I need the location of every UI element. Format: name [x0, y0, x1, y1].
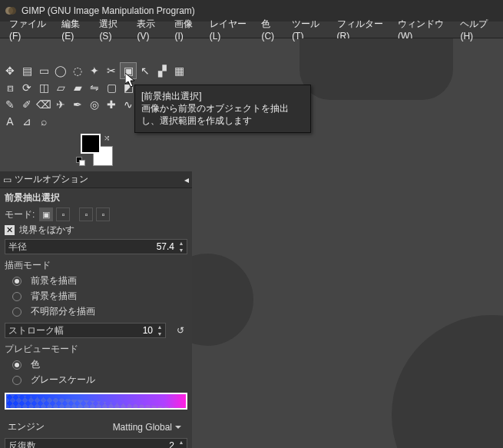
- eraser-tool[interactable]: ⌫: [36, 97, 51, 112]
- mode-label: モード:: [5, 208, 35, 221]
- zoom-tool[interactable]: ⌕: [36, 114, 51, 129]
- iterations-slider[interactable]: 反復数 2 ▲▼: [5, 438, 187, 448]
- preview-color-swatch[interactable]: [5, 393, 187, 410]
- tooltip: [前景抽出選択] 画像から前景のオブジェクトを抽出し、選択範囲を作成します: [134, 85, 311, 133]
- feather-label: 境界をぼかす: [19, 224, 74, 237]
- menu-filters[interactable]: フィルター(R): [331, 16, 392, 43]
- iterations-up[interactable]: ▲: [176, 439, 187, 446]
- menu-view[interactable]: 表示(V): [131, 16, 168, 43]
- draw-fg-label: 前景を描画: [31, 274, 77, 287]
- menu-tools[interactable]: ツール(T): [286, 16, 330, 43]
- panel-tab-bar: ▭ ツールオプション ◂: [0, 171, 192, 188]
- draw-unknown-label: 不明部分を描画: [31, 305, 95, 318]
- app-icon: [5, 5, 17, 17]
- menu-image[interactable]: 画像(I): [168, 16, 203, 43]
- free-select-tool[interactable]: ◌: [70, 63, 85, 78]
- feather-checkbox[interactable]: ✕: [5, 225, 15, 235]
- window-title: GIMP (GNU Image Manipulation Program): [22, 5, 195, 16]
- menu-select[interactable]: 選択(S): [93, 16, 131, 43]
- options-title: 前景抽出選択: [5, 191, 187, 204]
- menu-edit[interactable]: 編集(E): [55, 16, 93, 43]
- mode-replace[interactable]: ▣: [39, 207, 53, 221]
- menu-help[interactable]: ヘルプ(H): [454, 16, 500, 43]
- mode-add[interactable]: ▫: [56, 207, 70, 221]
- mode-intersect[interactable]: ▫: [96, 207, 110, 221]
- ink-tool[interactable]: ✒: [70, 97, 85, 112]
- clone-tool[interactable]: ◎: [87, 97, 102, 112]
- measure-tool[interactable]: ⊿: [19, 114, 35, 129]
- draw-bg-radio[interactable]: [12, 292, 22, 301]
- draw-unknown-radio[interactable]: [12, 307, 22, 317]
- preview-mode-heading: プレビューモード: [5, 343, 187, 356]
- fg-color-swatch[interactable]: [81, 134, 101, 154]
- rect-select-tool[interactable]: ▭: [36, 63, 51, 78]
- smudge-tool[interactable]: ∿: [121, 97, 136, 112]
- radius-slider[interactable]: 半径 57.4 ▲▼: [5, 239, 187, 254]
- engine-label: エンジン: [8, 420, 45, 433]
- fuzzy-select-tool[interactable]: ✦: [87, 63, 102, 78]
- stroke-down[interactable]: ▼: [154, 330, 165, 337]
- menu-colors[interactable]: 色(C): [255, 16, 286, 43]
- stroke-width-slider[interactable]: ストローク幅 10 ▲▼: [5, 323, 166, 338]
- text-tool[interactable]: A: [2, 114, 18, 129]
- draw-bg-label: 背景を描画: [31, 290, 77, 303]
- engine-dropdown[interactable]: Matting Global: [113, 422, 181, 433]
- menu-layer[interactable]: レイヤー(L): [204, 16, 256, 43]
- iterations-label: 反復数: [8, 440, 36, 449]
- paintbrush-tool[interactable]: ✐: [19, 97, 35, 112]
- foreground-select-tool[interactable]: ▣: [121, 63, 136, 78]
- preview-color-radio[interactable]: [12, 360, 22, 370]
- menubar: ファイル(F) 編集(E) 選択(S) 表示(V) 画像(I) レイヤー(L) …: [0, 22, 503, 38]
- cage-tool[interactable]: ▢: [104, 80, 119, 95]
- warp-tool[interactable]: ◩: [121, 80, 136, 95]
- color-swatches: ⤭: [81, 134, 121, 168]
- stroke-up[interactable]: ▲: [154, 324, 165, 330]
- paths-tool[interactable]: ↖: [137, 63, 153, 78]
- panel-tab-label: ツールオプション: [15, 173, 88, 186]
- menu-windows[interactable]: ウィンドウ(W): [392, 16, 455, 43]
- perspective-tool[interactable]: ▰: [70, 80, 85, 95]
- draw-mode-heading: 描画モード: [5, 259, 187, 272]
- scale-tool[interactable]: ◫: [36, 80, 51, 95]
- radius-down[interactable]: ▼: [176, 247, 187, 254]
- rotate-tool[interactable]: ⟳: [19, 80, 35, 95]
- stroke-reset-icon[interactable]: ↺: [174, 324, 187, 337]
- draw-fg-radio[interactable]: [12, 277, 22, 286]
- swap-colors-icon[interactable]: ⤭: [104, 134, 110, 142]
- preview-color-label: 色: [31, 358, 40, 371]
- stroke-width-label: ストローク幅: [8, 324, 64, 337]
- preview-gray-label: グレースケール: [31, 373, 95, 387]
- move-tool[interactable]: ✥: [2, 63, 18, 78]
- pencil-tool[interactable]: ✎: [2, 97, 18, 112]
- by-color-select-tool[interactable]: ▦: [171, 63, 187, 78]
- color-picker-tool[interactable]: ▞: [154, 63, 170, 78]
- tool-options-tab-icon[interactable]: ▭: [3, 174, 12, 185]
- radius-up[interactable]: ▲: [176, 240, 187, 247]
- align-tool[interactable]: ▤: [19, 63, 35, 78]
- radius-label: 半径: [8, 241, 27, 254]
- tooltip-title: [前景抽出選択]: [141, 90, 304, 102]
- tool-options-panel: ▭ ツールオプション ◂ 前景抽出選択 モード: ▣ ▫ ▫ ▫ ✕ 境界をぼか…: [0, 171, 192, 448]
- tooltip-desc: 画像から前景のオブジェクトを抽出し、選択範囲を作成します: [141, 102, 304, 127]
- mode-subtract[interactable]: ▫: [79, 207, 93, 221]
- shear-tool[interactable]: ▱: [53, 80, 68, 95]
- airbrush-tool[interactable]: ✈: [53, 97, 68, 112]
- ellipse-select-tool[interactable]: ◯: [53, 63, 68, 78]
- crop-tool[interactable]: ⧈: [2, 80, 18, 95]
- menu-file[interactable]: ファイル(F): [3, 16, 55, 43]
- flip-tool[interactable]: ⇋: [87, 80, 102, 95]
- scissors-tool[interactable]: ✂: [104, 63, 119, 78]
- panel-config-icon[interactable]: ◂: [184, 174, 189, 185]
- heal-tool[interactable]: ✚: [104, 97, 119, 112]
- preview-gray-radio[interactable]: [12, 376, 22, 385]
- svg-point-1: [8, 7, 16, 15]
